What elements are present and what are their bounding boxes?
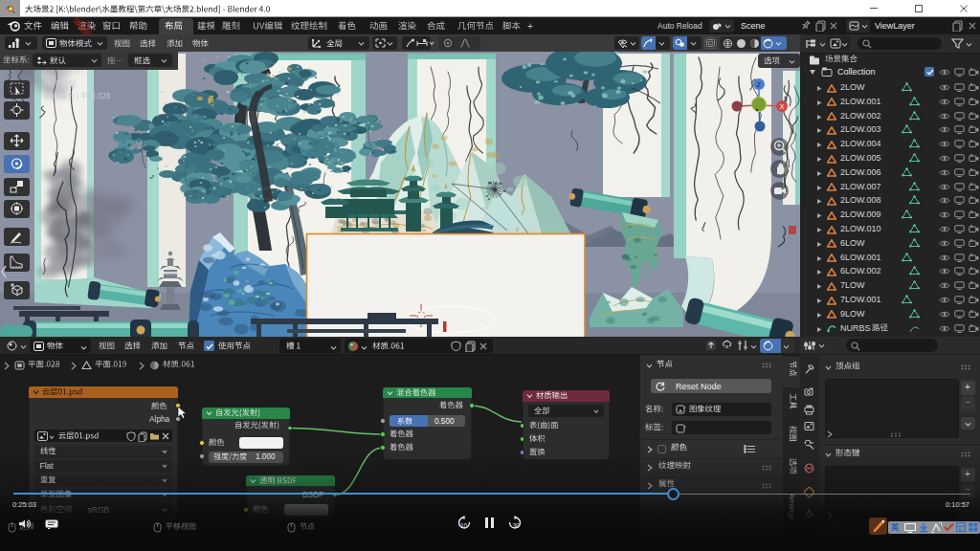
- svg-text:X: X: [780, 103, 785, 110]
- svg-text:30: 30: [512, 522, 520, 529]
- svg-text:Z: Z: [757, 81, 762, 88]
- svg-text:10: 10: [460, 522, 468, 529]
